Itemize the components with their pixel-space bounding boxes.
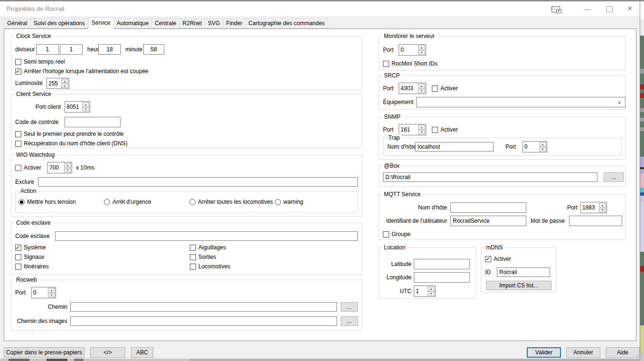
client-port-spinner[interactable]: 8051 ▲▼ [65,101,90,113]
action-radio-stop-all-locos[interactable]: Arrêter toutes les locomotives [189,199,273,206]
code-button[interactable]: </> [90,347,125,358]
spin-up-icon[interactable]: ▲ [418,45,425,50]
watchdog-enable-checkbox[interactable]: Activer [15,164,41,172]
images-path-browse-button[interactable]: ... [341,316,358,326]
tab-r2rnet[interactable]: R2Rnet [180,19,205,28]
ok-button[interactable]: Valider [527,347,561,358]
tab-general[interactable]: Général [4,19,31,28]
watchdog-interval-spinner[interactable]: 700 ▲▼ [47,162,72,173]
atbox-browse-button[interactable]: ... [604,172,624,182]
spin-down-icon[interactable]: ▼ [64,168,71,173]
snmp-port-spinner[interactable]: 161 ▲▼ [399,124,426,135]
trap-hostname-field[interactable]: localhost [415,142,494,152]
mqtt-group-checkbox[interactable]: Groupe [383,231,411,238]
monitor-port-spinner[interactable]: 0 ▲▼ [399,44,426,56]
longitude-field[interactable] [414,272,470,283]
mdns-id-field[interactable]: Rocrail [497,267,550,277]
snmp-enable-checkbox[interactable]: Activer [432,126,458,134]
checkbox-icon [15,141,21,147]
mqtt-port-spinner[interactable]: 1883 ▲▼ [580,202,607,213]
tab-suivi-des-operations[interactable]: Suivi des opérations [31,19,88,28]
trap-port-spinner[interactable]: 0 ▲▼ [523,141,547,152]
locomotives-checkbox[interactable]: Locomotives [190,263,230,271]
srcp-device-combobox[interactable]: ∨ [416,97,625,107]
outputs-checkbox[interactable]: Sorties [190,254,216,261]
spin-down-icon[interactable]: ▼ [82,107,89,112]
group-title: WIO Watchdog [14,152,56,158]
spin-up-icon[interactable]: ▲ [61,79,68,83]
exclude-field[interactable] [38,177,358,187]
spin-down-icon[interactable]: ▼ [418,130,425,135]
cancel-button[interactable]: Annuler [566,347,600,358]
spin-up-icon[interactable]: ▲ [64,163,71,168]
tab-cartographie[interactable]: Cartographie des commandes [246,19,328,28]
spin-up-icon[interactable]: ▲ [539,142,546,147]
import-cs-list-button[interactable]: Import CS list... [486,281,551,290]
copy-clipboard-button[interactable]: Copier dans le presse-papiers [4,347,84,358]
action-radio-warning[interactable]: warning [275,199,303,206]
spin-up-icon[interactable]: ▲ [418,84,425,88]
tab-svg[interactable]: SVG [205,19,223,28]
first-control-checkbox[interactable]: Seul le premier peut prendre le contrôle [15,131,124,138]
spin-up-icon[interactable]: ▲ [428,286,435,291]
images-path-field[interactable] [70,316,337,326]
stop-clock-checkbox[interactable]: Arrêter l'horloge lorsque l'alimentation… [15,68,149,76]
spin-up-icon[interactable]: ▲ [599,203,606,208]
spin-down-icon[interactable]: ▼ [428,292,435,296]
spin-up-icon[interactable]: ▲ [48,288,55,293]
slave-code-field[interactable] [55,231,358,241]
signals-checkbox[interactable]: Signaux [15,254,44,261]
system-checkbox[interactable]: Système [15,244,46,252]
maximize-icon[interactable] [607,6,613,12]
divider2-field[interactable]: 1 [60,44,83,55]
atbox-path-field[interactable]: D:\Rocrail [383,172,597,182]
mqtt-user-field[interactable]: RocrailService [450,216,526,226]
path-field[interactable] [70,302,337,312]
minute-field[interactable]: 58 [143,44,164,55]
group-title: Location [382,244,407,251]
group-title: MQTT Service [382,191,422,198]
close-icon[interactable]: × [627,3,632,14]
spin-up-icon[interactable]: ▲ [82,102,89,107]
spin-down-icon[interactable]: ▼ [599,208,606,213]
mqtt-hostname-field[interactable] [450,202,526,213]
spin-down-icon[interactable]: ▼ [418,50,425,55]
action-radio-power-off[interactable]: Mettre hors tension [19,199,76,206]
action-radio-emergency-stop[interactable]: Arrêt d'urgence [104,199,151,206]
mqtt-password-field[interactable] [569,216,622,226]
rocmini-short-ids-checkbox[interactable]: RocMini Short IDs [383,60,438,68]
path-label: Chemin [15,302,67,312]
semi-realtime-checkbox[interactable]: Semi temps réel [15,58,65,66]
srcp-port-spinner[interactable]: 4303 ▲▼ [399,83,426,94]
switches-checkbox[interactable]: Aiguillages [190,244,226,252]
tab-service[interactable]: Service [88,18,114,29]
spin-up-icon[interactable]: ▲ [418,125,425,130]
control-code-field[interactable] [65,117,121,127]
tab-centrale[interactable]: Centrale [152,19,179,28]
resize-grip[interactable] [636,356,637,357]
abc-button[interactable]: ABC [131,347,153,358]
tab-finder[interactable]: Finder [224,19,246,28]
path-browse-button[interactable]: ... [341,302,358,312]
window-layout-icon[interactable] [551,6,560,12]
minimize-icon[interactable] [584,10,590,10]
spin-down-icon[interactable]: ▼ [48,293,55,298]
hour-field[interactable]: 18 [98,44,121,55]
routes-checkbox[interactable]: Itinéraires [15,263,49,271]
divider1-field[interactable]: 1 [36,44,59,55]
srcp-enable-checkbox[interactable]: Activer [432,85,458,93]
latitude-field[interactable] [414,259,470,269]
utc-spinner[interactable]: 1 ▲▼ [414,285,436,297]
dns-checkbox[interactable]: Récupération du nom d'hôte client (DNS) [15,140,127,148]
spin-down-icon[interactable]: ▼ [61,84,68,88]
spin-down-icon[interactable]: ▼ [418,89,425,94]
spin-down-icon[interactable]: ▼ [539,147,546,152]
chevron-down-icon[interactable]: ∨ [618,100,623,105]
spinner-buttons: ▲▼ [418,83,426,94]
help-button[interactable]: Aide [606,347,640,358]
rocweb-port-spinner[interactable]: 0 ▲▼ [31,287,56,298]
tab-automatique[interactable]: Automatique [114,19,152,28]
group-title: SNMP [382,114,402,120]
brightness-spinner[interactable]: 255 ▲▼ [47,78,69,89]
mdns-enable-checkbox[interactable]: Activer [485,256,511,263]
